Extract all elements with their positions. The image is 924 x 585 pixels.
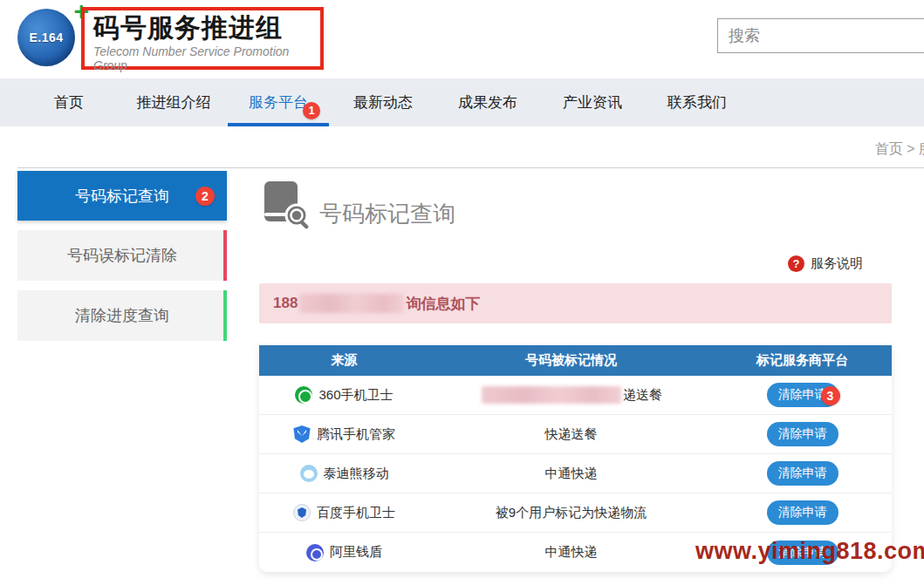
- red-strip: [223, 230, 227, 281]
- nav-item-contact[interactable]: 联系我们: [645, 78, 749, 126]
- active-nav-underline: [228, 123, 329, 126]
- sidebar-item-mark-query[interactable]: 号码标记查询 2: [17, 171, 227, 221]
- main-nav: 首页 推进组介绍 服务平台 1 最新动态 成果发布 产业资讯 联系我们: [0, 78, 924, 126]
- question-icon: ?: [788, 255, 804, 272]
- watermark: www.yiming818.com: [695, 538, 924, 565]
- query-result-alert: 188询信息如下: [259, 283, 892, 323]
- alert-suffix: 询信息如下: [406, 294, 480, 314]
- mark-text: 递送餐: [623, 387, 662, 404]
- nav-item-news[interactable]: 最新动态: [331, 78, 435, 126]
- mark-text: 中通快递: [545, 544, 598, 561]
- sidebar-item-progress-query[interactable]: 清除进度查询: [17, 290, 227, 341]
- table-header-row: 来源 号码被标记情况 标记服务商平台: [259, 345, 892, 376]
- table-row: 泰迪熊移动 中通快递 清除申请: [259, 454, 892, 493]
- mark-text: 中通快递: [545, 466, 598, 482]
- logo-text: E.164: [29, 31, 63, 44]
- tencent-manager-icon: [293, 425, 311, 443]
- clear-request-button[interactable]: 清除申请: [767, 422, 838, 446]
- page-title: 号码标记查询: [319, 199, 455, 229]
- clear-request-button[interactable]: 清除申请 3: [767, 383, 838, 407]
- breadcrumb[interactable]: 首页 > 服: [875, 140, 924, 159]
- site-subtitle: Telecom Number Service Promotion Group: [93, 44, 320, 72]
- logo-globe-icon: E.164: [17, 9, 75, 66]
- teddy-mobile-icon: [300, 465, 318, 482]
- service-help-label: 服务说明: [811, 255, 863, 272]
- source-name: 百度手机卫士: [317, 505, 395, 521]
- sidebar-badge: 2: [195, 187, 215, 206]
- clear-request-button[interactable]: 清除申请: [767, 461, 838, 486]
- col-header-platform: 标记服务商平台: [713, 352, 892, 369]
- nav-item-home[interactable]: 首页: [17, 78, 121, 126]
- source-name: 阿里钱盾: [330, 544, 382, 561]
- sidebar-item-mismark-clear[interactable]: 号码误标记清除: [17, 230, 227, 281]
- table-row: 百度手机卫士 被9个用户标记为快递物流 清除申请: [259, 493, 892, 533]
- table-row: 360手机卫士 递送餐 清除申请 3: [259, 376, 892, 415]
- baidu-guard-icon: [293, 504, 311, 521]
- redacted-phone-number: [299, 294, 404, 313]
- table-row: 腾讯手机管家 快递送餐 清除申请: [259, 415, 892, 454]
- nav-item-service-platform[interactable]: 服务平台 1: [226, 78, 331, 126]
- mark-text: 被9个用户标记为快递物流: [496, 505, 647, 521]
- service-help-link[interactable]: ? 服务说明: [788, 255, 863, 272]
- book-search-icon: [261, 180, 311, 230]
- nav-item-industry[interactable]: 产业资讯: [540, 78, 645, 126]
- site-logo[interactable]: E.164 +: [16, 5, 84, 75]
- source-name: 360手机卫士: [318, 387, 393, 404]
- 360-guard-icon: [295, 386, 312, 404]
- alert-prefix: 188: [273, 295, 298, 312]
- nav-badge: 1: [303, 102, 320, 119]
- page: E.164 + 码号服务推进组 Telecom Number Service P…: [0, 0, 924, 585]
- content-divider: [17, 167, 924, 168]
- source-name: 腾讯手机管家: [317, 426, 395, 443]
- nav-item-results[interactable]: 成果发布: [435, 78, 540, 126]
- redacted-mark-text: [482, 386, 621, 404]
- site-title: 码号服务推进组: [93, 13, 320, 43]
- green-strip: [223, 290, 227, 341]
- nav-item-about[interactable]: 推进组介绍: [121, 78, 226, 126]
- ali-qiandun-icon: [306, 544, 324, 561]
- mark-text: 快递送餐: [545, 426, 598, 443]
- col-header-source: 来源: [259, 352, 429, 369]
- col-header-marking: 号码被标记情况: [429, 352, 713, 369]
- site-title-highlight-box: 码号服务推进组 Telecom Number Service Promotion…: [81, 7, 324, 70]
- clear-request-button[interactable]: 清除申请: [767, 500, 838, 525]
- source-name: 泰迪熊移动: [324, 466, 389, 482]
- search-input[interactable]: [717, 18, 924, 53]
- button-badge: 3: [821, 386, 840, 405]
